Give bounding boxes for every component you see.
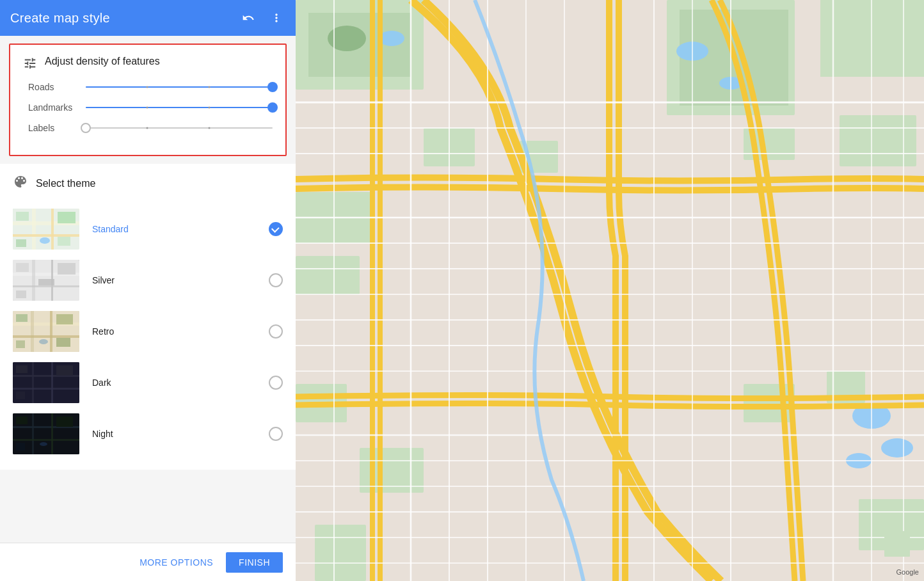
svg-rect-22 [50, 311, 52, 352]
roads-slider-row: Roads [23, 81, 273, 93]
header: Create map style [0, 0, 296, 36]
svg-rect-24 [16, 314, 28, 322]
svg-rect-43 [56, 417, 73, 427]
theme-name-silver: Silver [92, 275, 269, 285]
svg-rect-42 [16, 417, 28, 424]
svg-rect-15 [16, 263, 29, 272]
svg-point-57 [881, 438, 913, 458]
theme-name-dark: Dark [92, 378, 269, 388]
landmarks-slider-row: Landmarks [23, 101, 273, 114]
landmarks-tick-2 [208, 107, 210, 109]
theme-radio-silver[interactable] [269, 273, 283, 287]
svg-rect-14 [13, 285, 79, 287]
theme-radio-retro[interactable] [269, 324, 283, 338]
theme-thumbnail-night [13, 413, 79, 454]
svg-rect-23 [13, 335, 79, 338]
labels-slider-row: Labels [23, 122, 273, 134]
svg-rect-60 [296, 256, 360, 294]
theme-item-retro[interactable]: Retro [13, 306, 283, 357]
more-options-button[interactable]: MORE OPTIONS [132, 552, 221, 573]
svg-rect-31 [32, 362, 34, 403]
theme-radio-night[interactable] [269, 427, 283, 441]
labels-tick-2 [208, 127, 210, 129]
svg-rect-17 [38, 279, 54, 285]
density-section: Adjust density of features Roads [9, 44, 287, 156]
landmarks-slider[interactable] [86, 101, 273, 114]
svg-rect-3 [51, 209, 54, 250]
svg-rect-67 [744, 384, 795, 422]
more-options-icon-button[interactable] [267, 9, 285, 27]
theme-radio-dark[interactable] [269, 376, 283, 390]
theme-item-dark[interactable]: Dark [13, 357, 283, 408]
more-vert-icon [270, 12, 283, 24]
sidebar-scroll[interactable]: Adjust density of features Roads [0, 36, 296, 543]
svg-rect-44 [16, 443, 25, 450]
roads-label: Roads [28, 82, 86, 92]
svg-rect-34 [16, 365, 28, 373]
sidebar-footer: MORE OPTIONS FINISH [0, 543, 296, 581]
svg-rect-12 [32, 260, 35, 301]
theme-name-standard: Standard [92, 224, 269, 234]
labels-slider[interactable] [86, 122, 273, 134]
svg-rect-5 [16, 212, 29, 221]
main-layout: Create map style [0, 0, 924, 581]
svg-rect-2 [32, 209, 36, 250]
roads-thumb[interactable] [267, 82, 278, 92]
svg-point-28 [39, 339, 48, 344]
density-header: Adjust density of features [23, 55, 273, 73]
svg-rect-39 [32, 413, 34, 454]
roads-track [86, 86, 273, 88]
roads-slider[interactable] [86, 81, 273, 93]
landmarks-label: Landmarks [28, 102, 86, 113]
svg-rect-64 [840, 115, 916, 166]
svg-rect-18 [16, 290, 26, 298]
svg-rect-32 [51, 362, 53, 403]
labels-label: Labels [28, 123, 86, 133]
svg-rect-40 [51, 413, 53, 454]
svg-rect-7 [58, 237, 70, 246]
palette-icon [13, 174, 28, 193]
svg-rect-26 [56, 338, 70, 347]
theme-item-standard[interactable]: Standard [13, 203, 283, 255]
svg-rect-27 [16, 340, 25, 348]
svg-rect-33 [13, 388, 79, 390]
landmarks-track-filled [86, 107, 273, 108]
theme-thumbnail-silver [13, 260, 79, 301]
theme-header: Select theme [13, 174, 283, 193]
svg-rect-36 [16, 392, 25, 399]
theme-thumbnail-dark [13, 362, 79, 403]
theme-radio-standard[interactable] [269, 222, 283, 236]
density-icon [23, 56, 37, 73]
roads-track-filled [86, 86, 273, 88]
svg-rect-25 [56, 314, 73, 324]
map-area[interactable]: Google [296, 0, 924, 581]
svg-rect-35 [56, 365, 73, 376]
labels-thumb[interactable] [81, 123, 91, 133]
landmarks-tick-1 [147, 107, 148, 109]
google-watermark: Google [896, 568, 919, 576]
header-title: Create map style [10, 11, 239, 26]
svg-rect-16 [58, 263, 76, 275]
labels-tick-1 [147, 127, 148, 129]
landmarks-thumb[interactable] [267, 102, 278, 113]
theme-item-silver[interactable]: Silver [13, 255, 283, 306]
sidebar: Create map style [0, 0, 296, 581]
theme-item-night[interactable]: Night [13, 408, 283, 459]
theme-title: Select theme [36, 178, 95, 189]
svg-rect-4 [13, 234, 79, 237]
svg-rect-41 [13, 439, 79, 441]
svg-rect-8 [16, 239, 26, 247]
undo-icon [242, 12, 255, 24]
roads-tick-1 [147, 86, 148, 88]
svg-rect-21 [31, 311, 34, 352]
svg-point-45 [40, 442, 47, 446]
theme-name-retro: Retro [92, 326, 269, 337]
theme-name-night: Night [92, 429, 269, 439]
map-svg [296, 0, 924, 581]
finish-button[interactable]: FINISH [226, 552, 283, 573]
undo-button[interactable] [239, 9, 257, 27]
header-icons [239, 9, 285, 27]
svg-point-9 [40, 237, 50, 244]
theme-section: Select theme [0, 164, 296, 470]
roads-tick-2 [208, 86, 210, 88]
